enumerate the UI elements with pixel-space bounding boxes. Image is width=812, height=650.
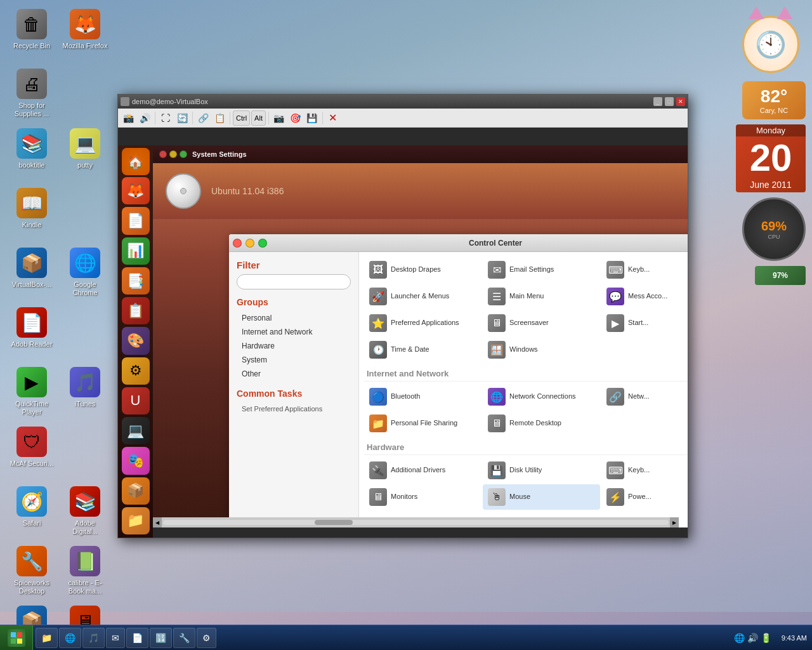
tray-volume-icon[interactable]: 🔊 — [747, 633, 758, 643]
desktop-icon-itunes[interactable]: 🎵 iTunes — [60, 364, 110, 421]
cc-item-launcher-menus[interactable]: 🚀 Launcher & Menus — [364, 284, 481, 309]
cc-item-keyboard[interactable]: ⌨ Keyb... — [601, 257, 688, 282]
cc-item-monitors[interactable]: 🖥 Monitors — [364, 484, 481, 510]
cc-item-screensaver[interactable]: 🖥 Screensaver — [483, 310, 600, 336]
desktop-icon-safari[interactable]: 🧭 Safari — [6, 484, 57, 541]
vbox-toolbar-clip[interactable]: 📋 — [212, 110, 227, 126]
taskbar-item-docs[interactable]: 📄 — [126, 628, 148, 648]
vbox-toolbar-power[interactable]: ✕ — [325, 110, 341, 126]
desktop-icon-adobe-digital[interactable]: 📚 Adobe Digital... — [60, 484, 110, 541]
desktop-icon-virtualbox1[interactable]: 📦 VirtualBox-... — [6, 245, 57, 302]
sidebar-app-4[interactable]: 📑 — [122, 267, 150, 295]
sidebar-app-terminal[interactable]: 💻 — [122, 417, 150, 444]
vbox-toolbar-audio[interactable]: 🔊 — [137, 110, 152, 126]
cc-group-internet-network[interactable]: Internet and Network — [237, 325, 351, 339]
sidebar-app-9[interactable]: 📦 — [122, 477, 150, 505]
vbox-toolbar-save[interactable]: 💾 — [304, 110, 320, 126]
desktop-icon-booktitle[interactable]: 📚 booktitle — [6, 126, 57, 183]
taskbar-item-browser[interactable]: 🌐 — [59, 628, 81, 648]
sidebar-app-3[interactable]: 📊 — [122, 237, 150, 265]
cc-item-disk-utility[interactable]: 💾 Disk Utility — [483, 458, 600, 483]
cc-group-system[interactable]: System — [237, 353, 351, 367]
cc-item-power[interactable]: ⚡ Powe... — [601, 484, 688, 510]
cc-minimize-button[interactable] — [246, 239, 254, 248]
desktop-icon-putty[interactable]: 💻 putty — [60, 126, 110, 183]
vbox-toolbar-alt[interactable]: Alt — [251, 110, 266, 126]
taskbar-item-settings[interactable]: ⚙ — [197, 628, 216, 648]
cc-item-messages-accounts[interactable]: 💬 Mess Acco... — [601, 284, 688, 309]
tray-power-icon[interactable]: 🔋 — [761, 633, 771, 643]
virtualbox-window[interactable]: demo@demo-VirtualBox _ □ ✕ 📸 🔊 ⛶ 🔄 🔗 📋 C… — [117, 94, 688, 538]
cc-group-hardware[interactable]: Hardware — [237, 339, 351, 353]
desktop: 🗑 Recycle Bin 🦊 Mozilla Firefox 🖨 Shop f… — [0, 0, 812, 650]
cc-maximize-button[interactable] — [258, 239, 267, 248]
ubuntu-home-icon[interactable]: 🏠 — [122, 148, 150, 175]
sidebar-app-1[interactable]: 🦊 — [122, 177, 150, 204]
desktop-icon-recycle-bin[interactable]: 🗑 Recycle Bin — [6, 6, 57, 63]
cc-item-preferred-apps[interactable]: ⭐ Preferred Applications — [364, 310, 481, 336]
vbox-close-button[interactable]: ✕ — [676, 97, 685, 106]
vbox-minimize-button[interactable]: _ — [653, 97, 662, 106]
ubuntu-min-btn[interactable] — [169, 150, 177, 158]
sidebar-app-10[interactable]: 📁 — [122, 507, 150, 534]
desktop-icon-mozilla-firefox[interactable]: 🦊 Mozilla Firefox — [60, 6, 110, 63]
cc-item-main-menu[interactable]: ☰ Main Menu — [483, 284, 600, 309]
sidebar-app-6[interactable]: 🎨 — [122, 327, 150, 354]
sidebar-app-5[interactable]: 📋 — [122, 297, 150, 324]
vbox-toolbar-photo[interactable]: 📷 — [272, 110, 287, 126]
desktop-icon-adobe-reader[interactable]: 📄 Adob Reader — [6, 305, 57, 362]
sidebar-app-unity[interactable]: U — [122, 387, 150, 415]
vbox-maximize-button[interactable]: □ — [665, 97, 674, 106]
taskbar-start-button[interactable] — [0, 625, 33, 651]
ubuntu-close-btn[interactable] — [159, 150, 167, 158]
cc-item-time-date[interactable]: 🕐 Time & Date — [364, 337, 481, 362]
control-center-window[interactable]: Control Center Filter Groups Personal In… — [229, 234, 688, 527]
ubuntu-max-btn[interactable] — [180, 150, 187, 158]
taskbar-item-explorer[interactable]: 📁 — [36, 628, 58, 648]
vbox-toolbar-usb[interactable]: 🔗 — [195, 110, 211, 126]
ubuntu-hscrollbar[interactable]: ◀ ▶ — [153, 517, 679, 527]
taskbar-item-email[interactable]: ✉ — [106, 628, 125, 648]
taskbar-clock[interactable]: 9:43 AM — [776, 634, 812, 642]
cc-item-email-settings[interactable]: ✉ Email Settings — [483, 257, 600, 282]
vbox-toolbar-fullscreen[interactable]: ⛶ — [158, 110, 173, 126]
cc-item-desktop-drapes[interactable]: 🖼 Desktop Drapes — [364, 257, 481, 282]
cc-item-keyboard-hw[interactable]: ⌨ Keyb... — [601, 458, 688, 483]
cc-item-mouse[interactable]: 🖱 Mouse — [483, 484, 600, 510]
vbox-toolbar-refresh[interactable]: 🔄 — [174, 110, 190, 126]
cc-item-bluetooth[interactable]: 🔵 Bluetooth — [364, 384, 481, 409]
hscroll-right-btn[interactable]: ▶ — [670, 517, 679, 527]
calendar-widget[interactable]: Monday 20 June 2011 — [736, 124, 806, 192]
cc-item-network-connections[interactable]: 🌐 Network Connections — [483, 384, 600, 409]
cc-task-set-preferred-apps[interactable]: Set Preferred Applications — [237, 402, 351, 415]
desktop-icon-spiceworks[interactable]: 🔧 Spiceworks Desktop — [6, 543, 57, 600]
cc-group-personal[interactable]: Personal — [237, 311, 351, 325]
cc-group-other[interactable]: Other — [237, 367, 351, 381]
cc-item-network-proxy[interactable]: 🔗 Netw... — [601, 384, 688, 409]
cc-filter-input[interactable] — [237, 274, 351, 289]
cc-item-personal-file-sharing[interactable]: 📁 Personal File Sharing — [364, 411, 481, 436]
taskbar-item-calc[interactable]: 🔢 — [150, 628, 172, 648]
desktop-icon-google-chrome[interactable]: 🌐 Google Chrome — [60, 245, 110, 302]
taskbar-item-media[interactable]: 🎵 — [82, 628, 105, 648]
desktop-icon-calibre[interactable]: 📗 calibre - E-Book ma... — [60, 543, 110, 600]
weather-widget[interactable]: 82° Cary, NC — [742, 81, 806, 119]
cc-close-button[interactable] — [233, 239, 242, 248]
vbox-toolbar-screenshot[interactable]: 📸 — [121, 110, 136, 126]
sidebar-app-2[interactable]: 📄 — [122, 207, 150, 234]
tray-network-icon[interactable]: 🌐 — [734, 633, 745, 643]
hscroll-left-btn[interactable]: ◀ — [153, 517, 162, 527]
cc-item-windows[interactable]: 🪟 Windows — [483, 337, 600, 362]
cc-item-remote-desktop[interactable]: 🖥 Remote Desktop — [483, 411, 600, 436]
sidebar-app-7[interactable]: ⚙ — [122, 357, 150, 385]
taskbar-item-tools[interactable]: 🔧 — [173, 628, 195, 648]
cc-item-startup[interactable]: ▶ Start... — [601, 310, 688, 336]
desktop-icon-mcafee[interactable]: 🛡 McAf Securi... — [6, 424, 57, 481]
desktop-icon-quicktime[interactable]: ▶ QuickTime Player — [6, 364, 57, 421]
sidebar-app-8[interactable]: 🎭 — [122, 447, 150, 474]
cc-item-additional-drivers[interactable]: 🔌 Additional Drivers — [364, 458, 481, 483]
vbox-toolbar-target[interactable]: 🎯 — [288, 110, 303, 126]
desktop-icon-shop[interactable]: 🖨 Shop for Supplies ... — [6, 66, 57, 123]
vbox-toolbar-ctrl[interactable]: Ctrl — [233, 110, 250, 126]
desktop-icon-kindle[interactable]: 📖 Kindle — [6, 185, 57, 242]
